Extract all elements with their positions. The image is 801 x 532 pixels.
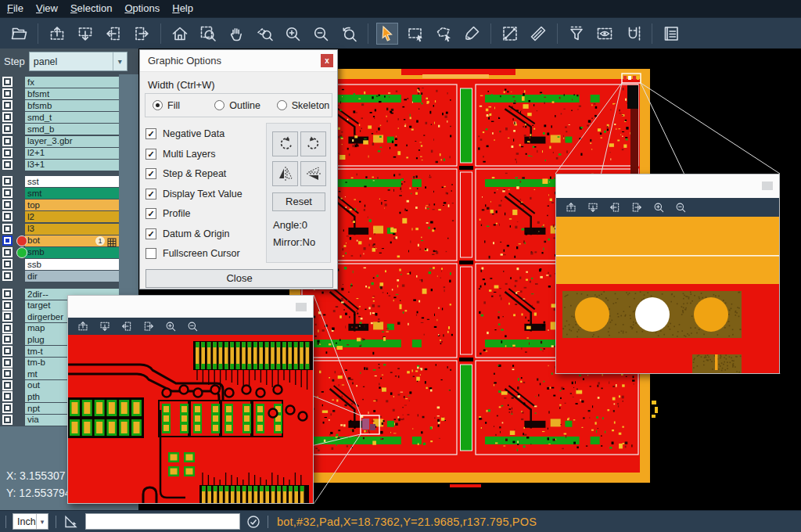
layer-checkbox[interactable] <box>2 323 13 333</box>
layer-checkbox[interactable] <box>2 358 13 368</box>
tool-zoom-in[interactable] <box>282 23 304 45</box>
tool-send-left[interactable] <box>102 23 124 45</box>
preview-titlebar[interactable] <box>68 296 313 318</box>
refresh-icon[interactable] <box>246 515 260 529</box>
preview-tool-send-down[interactable] <box>584 200 602 214</box>
checkbox-fullscreen-cursor[interactable]: Fullscreen Cursor <box>145 247 240 260</box>
layer-name-bar[interactable]: smd_b <box>25 124 119 135</box>
checkbox-profile[interactable]: ✓Profile <box>145 207 190 220</box>
layer-checkbox[interactable] <box>2 368 13 379</box>
tool-measure-distance[interactable] <box>499 23 521 45</box>
radio-skeleton[interactable]: Skeleton <box>277 100 332 111</box>
preview-tool-send-left[interactable] <box>606 200 623 214</box>
layer-checkbox[interactable] <box>2 176 13 186</box>
layer-checkbox[interactable] <box>2 380 13 390</box>
layer-name-bar[interactable]: top <box>25 200 119 210</box>
tool-select-cursor[interactable] <box>376 23 398 45</box>
layer-name-bar[interactable]: fx <box>25 77 119 88</box>
layer-name-bar[interactable]: l2+1 <box>25 148 119 159</box>
layer-checkbox[interactable] <box>2 391 13 401</box>
layer-checkbox[interactable] <box>2 188 13 198</box>
tool-pan-hand[interactable] <box>225 23 247 45</box>
layer-checkbox[interactable] <box>2 112 13 122</box>
layer-checkbox[interactable] <box>2 415 13 425</box>
zoom-preview-window-bottom-left[interactable] <box>67 295 314 504</box>
layer-checkbox[interactable] <box>2 289 13 299</box>
layer-name-bar[interactable]: smb <box>25 247 119 258</box>
checkbox-datum-origin[interactable]: ✓Datum & Origin <box>145 228 229 240</box>
layer-name-bar[interactable]: ssb <box>25 259 119 270</box>
tool-filter[interactable] <box>566 23 587 45</box>
chevron-down-icon[interactable]: ▾ <box>113 52 127 70</box>
radio-fill[interactable]: Fill <box>153 100 207 111</box>
layer-name-bar[interactable]: l3+1 <box>25 160 119 171</box>
tool-measure-ruler[interactable] <box>527 23 549 45</box>
tool-zoom-window[interactable] <box>197 23 219 45</box>
rotate-cw-button[interactable] <box>272 131 298 156</box>
layer-checkbox[interactable] <box>2 160 13 170</box>
menu-file[interactable]: File <box>1 0 30 17</box>
tool-select-polygon[interactable] <box>433 23 454 45</box>
preview-tool-send-up[interactable] <box>74 319 92 333</box>
radio-outline[interactable]: Outline <box>214 100 269 111</box>
layer-checkbox[interactable] <box>2 271 13 281</box>
layer-checkbox[interactable] <box>2 403 13 413</box>
preview-tool-zoom-out[interactable] <box>672 200 689 214</box>
tool-layer-panel[interactable] <box>660 23 682 45</box>
preview-tool-zoom-in[interactable] <box>650 200 667 214</box>
menu-help[interactable]: Help <box>166 0 199 17</box>
layer-name-bar[interactable]: bfsmt <box>25 88 119 99</box>
preview-tool-send-down[interactable] <box>96 319 113 333</box>
layer-checkbox[interactable] <box>2 100 13 110</box>
tool-clean-brush[interactable] <box>461 23 483 45</box>
layer-name-bar[interactable]: l3 <box>25 224 119 235</box>
preview-tool-zoom-out[interactable] <box>184 319 201 333</box>
layer-checkbox[interactable] <box>2 300 13 311</box>
command-input[interactable] <box>85 513 240 530</box>
layer-name-bar[interactable]: l2 <box>25 211 119 222</box>
preview-tool-send-right[interactable] <box>628 200 645 214</box>
tool-select-rect[interactable] <box>404 23 426 45</box>
layer-checkbox[interactable] <box>2 247 13 257</box>
step-select[interactable]: panel ▾ <box>29 52 128 71</box>
rotate-ccw-button[interactable] <box>300 131 326 156</box>
preview-titlebar[interactable] <box>556 174 779 198</box>
layer-name-bar[interactable]: sst <box>25 176 119 187</box>
window-button[interactable] <box>296 303 307 311</box>
flip-vertical-button[interactable] <box>300 161 326 186</box>
layer-checkbox[interactable] <box>2 211 13 221</box>
checkbox-multi-layers[interactable]: ✓Multi Layers <box>145 148 215 160</box>
layer-checkbox[interactable] <box>2 259 13 269</box>
layer-checkbox[interactable] <box>2 334 13 344</box>
flip-horizontal-button[interactable] <box>272 161 298 186</box>
tool-send-up[interactable] <box>46 23 68 45</box>
layer-checkbox[interactable] <box>2 88 13 99</box>
layer-checkbox[interactable] <box>2 148 13 158</box>
zoom-preview-window-right[interactable] <box>555 174 780 374</box>
checkbox-step-repeat[interactable]: ✓Step & Repeat <box>145 167 226 180</box>
layer-name-bar[interactable]: smt <box>25 188 119 199</box>
tool-send-down[interactable] <box>74 23 96 45</box>
layer-name-bar[interactable]: bfsmb <box>25 100 119 111</box>
dialog-titlebar[interactable]: Graphic Options x <box>140 50 337 72</box>
tool-open-folder[interactable] <box>8 23 30 45</box>
layer-name-bar[interactable]: dir <box>25 271 119 282</box>
tool-send-right[interactable] <box>131 23 153 45</box>
menu-options[interactable]: Options <box>118 0 166 17</box>
menu-selection[interactable]: Selection <box>64 0 118 17</box>
tool-snap-magnet[interactable] <box>622 23 644 45</box>
tool-zoom-object[interactable] <box>253 23 275 45</box>
preview-tool-zoom-in[interactable] <box>162 319 179 333</box>
preview-tool-send-right[interactable] <box>140 319 157 333</box>
tool-home-view[interactable] <box>169 23 191 45</box>
layer-checkbox[interactable] <box>2 224 13 234</box>
layer-name-bar[interactable]: layer_3.gbr <box>25 136 119 147</box>
dialog-close-button[interactable]: x <box>321 54 333 67</box>
tool-zoom-out[interactable] <box>310 23 332 45</box>
layer-checkbox[interactable] <box>2 124 13 134</box>
layer-checkbox[interactable] <box>2 311 13 322</box>
preview-tool-send-left[interactable] <box>118 319 135 333</box>
layer-name-bar[interactable]: smd_t <box>25 112 119 123</box>
close-button[interactable]: Close <box>145 269 333 288</box>
menu-view[interactable]: View <box>30 0 64 17</box>
